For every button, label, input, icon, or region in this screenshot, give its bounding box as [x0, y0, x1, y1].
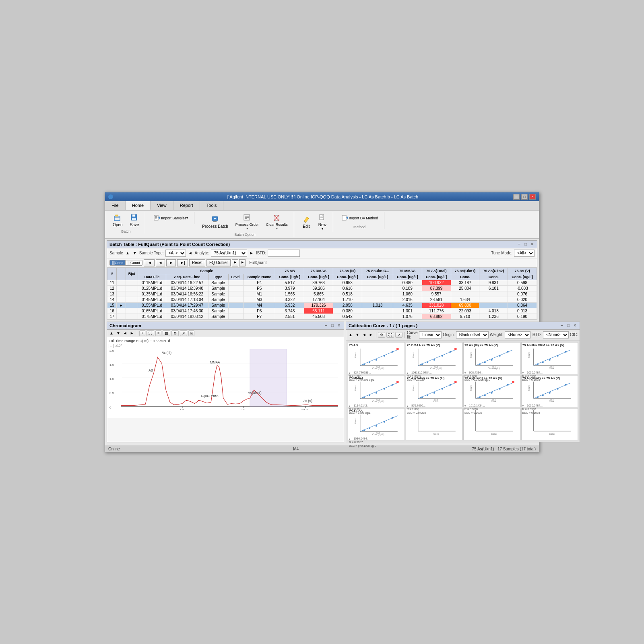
chrom-settings[interactable]: ⚙ [171, 330, 179, 336]
svg-text:As (V): As (V) [303, 399, 312, 403]
origin-select[interactable]: Blank offset [456, 331, 489, 339]
cal-sep2 [405, 332, 405, 338]
fq-outlier-btn[interactable]: FQ Outlier [206, 259, 231, 266]
sample-down-arrow[interactable]: ▼ [132, 251, 138, 255]
fq-btn1[interactable]: ⚑ [232, 259, 238, 266]
chrom-close[interactable]: × [336, 323, 341, 328]
cal-left[interactable]: ◄ [361, 332, 367, 337]
istd-select[interactable]: <None> [543, 331, 569, 339]
menu-tab-tools[interactable]: Tools [200, 201, 224, 210]
status-right: 75 As(Ukn1) 17 Samples (17 total) [472, 447, 536, 451]
batch-panel-close[interactable]: × [530, 242, 535, 246]
conc-toggle[interactable]: |||Conc [110, 260, 126, 265]
table-row[interactable]: 110115MPL.d03/04/14 16:22:57SampleP45.51… [107, 280, 537, 285]
chrom-up[interactable]: ▲ [109, 331, 114, 335]
col-datafile: Data File [138, 274, 166, 280]
new-icon [318, 214, 326, 222]
col-num: # [107, 268, 117, 280]
menu-tab-home[interactable]: Home [126, 201, 151, 210]
table-cell: 68.882 [422, 314, 451, 319]
table-cell: 331.028 [422, 302, 451, 308]
sep1 [137, 330, 137, 336]
page-prev[interactable]: ◄ [156, 259, 165, 266]
sample-up-arrow[interactable]: ▲ [125, 251, 130, 255]
page-last[interactable]: ►| [177, 259, 188, 266]
table-cell: Sample [208, 291, 228, 297]
menu-tab-file[interactable]: File [105, 201, 126, 210]
chrom-export[interactable]: ↗ [180, 330, 187, 336]
svg-point-75 [507, 351, 509, 353]
import-samples-button[interactable]: Import Samples ▾ [150, 212, 191, 224]
process-batch-button[interactable]: Process Batch [199, 214, 231, 230]
table-row[interactable]: 15►0155MPL.d03/04/14 17:29:47SampleM46.9… [107, 302, 537, 308]
minimize-button[interactable]: – [513, 194, 520, 200]
chrom-float[interactable]: □ [330, 323, 335, 328]
new-button[interactable]: New ▾ [315, 212, 330, 232]
import-da-method-button[interactable]: Import DA Method [338, 212, 381, 224]
autoscale-btn[interactable]: ≡ [155, 330, 161, 336]
col-asv-unit: Conc. [ug/L] [508, 274, 537, 280]
chrom-right[interactable]: ► [129, 331, 135, 335]
cal-plot: Conc(ug/L) 50.0 Count y = 1194.6142... R… [349, 381, 404, 405]
chrom-copy[interactable]: ⎘ [188, 330, 194, 336]
analyte-right[interactable]: ► [249, 251, 254, 255]
menu-tab-report[interactable]: Report [173, 201, 200, 210]
zoom-fit-btn[interactable]: ⛶ [147, 330, 154, 336]
zoom-in-btn[interactable]: + [139, 330, 145, 336]
istd-input[interactable] [268, 250, 300, 257]
cal-down[interactable]: ▼ [355, 332, 360, 337]
page-first[interactable]: |◄ [144, 259, 155, 266]
batch-panel-pin[interactable]: − [517, 242, 522, 246]
table-cell: 6.932 [275, 302, 304, 308]
cal-cell-title: 75 AsUkn CRM >> 75 As (V) [522, 343, 577, 347]
cal-up[interactable]: ▲ [348, 332, 353, 337]
fq-btn2[interactable]: ⚑ [239, 259, 246, 266]
analyte-left[interactable]: ◄ [188, 251, 193, 255]
open-button[interactable]: Open [110, 212, 125, 229]
weight-select[interactable]: <None> [505, 331, 530, 339]
clear-results-button[interactable]: Clear Results ▾ [263, 212, 291, 232]
chrom-pin[interactable]: − [324, 323, 328, 328]
ribbon: Open Save Batch Import Samples [105, 211, 539, 239]
table-cell: 0175MPL.d [138, 314, 166, 319]
sample-type-select[interactable]: <All> [165, 250, 186, 257]
cal-close[interactable]: × [572, 323, 577, 328]
maximize-button[interactable]: □ [521, 194, 528, 200]
count-toggle[interactable]: |||Count [126, 260, 142, 265]
batch-table-container[interactable]: # Rjct Sample 75 AB 75 DMAA 75 As (III) … [107, 268, 537, 320]
page-next[interactable]: ► [166, 259, 176, 266]
batch-panel-float[interactable]: □ [523, 242, 528, 246]
analyte-select[interactable]: 75 As(Ukn1) [211, 250, 247, 257]
menu-tab-view[interactable]: View [151, 201, 173, 210]
scale-selector[interactable]: ... [109, 344, 114, 348]
cal-btn2[interactable]: ⛶ [386, 332, 394, 338]
table-row[interactable]: 130135MPL.d03/04/14 16:56:22SampleM11.56… [107, 291, 537, 297]
svg-point-140 [363, 429, 365, 431]
edit-button[interactable]: Edit [299, 214, 314, 230]
table-cell: 03/04/14 16:56:22 [166, 291, 208, 297]
chrom-left[interactable]: ◄ [122, 331, 128, 335]
table-cell: 1.013 [362, 302, 393, 308]
overlay-btn[interactable]: ▦ [163, 330, 170, 336]
svg-text:Conc: Conc [491, 433, 497, 435]
cal-float[interactable]: □ [566, 323, 571, 328]
table-row[interactable]: 160165MPL.d03/04/14 17:46:30SampleP63.74… [107, 308, 537, 314]
table-row[interactable]: 120125MPL.d03/04/14 16:39:40SampleP53.97… [107, 285, 537, 291]
close-button[interactable]: × [529, 194, 536, 200]
cal-btn3[interactable]: ↗ [395, 332, 402, 338]
process-order-button[interactable]: Process Order ▾ [233, 212, 262, 232]
cal-plot: Conc(ug/L) 50.0 Count y = 908.4334... R … [464, 348, 519, 372]
table-row[interactable]: 140145MPL.d03/04/14 17:13:04SampleM33.32… [107, 297, 537, 302]
cal-cell-info: y = 924.740289... R = 1.000 BEC = 0.0429… [349, 371, 404, 382]
cal-btn1[interactable]: ⚙ [378, 332, 385, 338]
curve-fit-select[interactable]: Linear [419, 331, 442, 339]
cal-right[interactable]: ► [368, 332, 374, 337]
table-row[interactable]: 170175MPL.d03/04/14 18:03:12SampleP72.55… [107, 314, 537, 319]
chrom-down[interactable]: ▼ [116, 331, 121, 335]
cal-pin[interactable]: − [559, 323, 564, 328]
edit-icon [302, 215, 310, 223]
reset-btn[interactable]: Reset [189, 259, 205, 266]
save-button[interactable]: Save [127, 212, 142, 229]
cal-empty-plot: Conc [407, 409, 462, 438]
tune-mode-select[interactable]: <All> [514, 250, 535, 257]
